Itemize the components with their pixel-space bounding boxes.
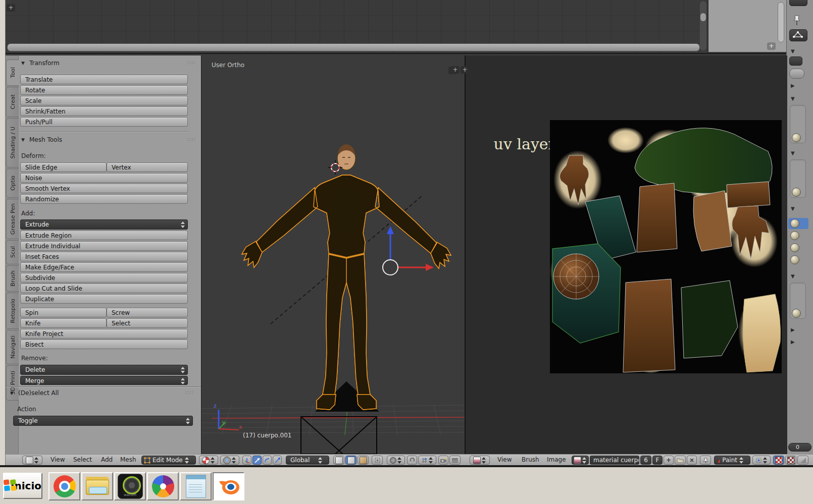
panel-collapse-icon[interactable]: ▼ [791, 96, 795, 101]
manipulator-axes-button[interactable] [242, 456, 251, 465]
mesh-tools-panel-header[interactable]: ▼ Mesh Tools :::: [18, 136, 202, 144]
screw-button[interactable]: Screw [107, 308, 188, 317]
expand-panel-icon[interactable]: + [7, 4, 15, 12]
panel-collapse-icon[interactable]: ▼ [791, 48, 795, 54]
frame-number-field[interactable]: 0 [788, 443, 811, 452]
new-image-button[interactable]: + [664, 456, 674, 465]
delete-dropdown[interactable]: Delete [20, 365, 188, 375]
panel-collapse-icon[interactable]: ▶ [791, 327, 795, 332]
mode-dropdown[interactable]: Edit Mode [141, 456, 196, 465]
tab-shading-uv[interactable]: Shading / U [6, 118, 19, 167]
limit-to-visible-button[interactable] [372, 456, 383, 465]
panel-collapse-icon[interactable]: ▼ [791, 150, 795, 156]
pivot-point-dropdown[interactable] [220, 456, 239, 465]
menu-select[interactable]: Select [73, 455, 92, 465]
uv-pivot-dropdown[interactable] [752, 456, 771, 465]
viewport-shading-dropdown[interactable] [199, 456, 218, 465]
panel-collapse-icon[interactable]: ▶ [791, 83, 795, 88]
spin-button[interactable]: Spin [20, 308, 107, 317]
menu-view[interactable]: View [497, 455, 512, 465]
tab-brush[interactable]: Brush [6, 265, 19, 292]
knife-button[interactable]: Knife [20, 318, 107, 328]
knife-select-button[interactable]: Select [107, 318, 188, 328]
extrude-dropdown[interactable]: Extrude [20, 219, 188, 230]
material-slot[interactable] [788, 242, 808, 253]
image-users-button[interactable]: 6 [640, 456, 651, 465]
face-select-mode-button[interactable] [358, 456, 369, 465]
menu-add[interactable]: Add [101, 455, 113, 465]
noise-button[interactable]: Noise [20, 173, 188, 183]
uv-draw-other-objects-button[interactable] [773, 456, 784, 465]
tab-create[interactable]: Creat [6, 87, 19, 117]
push-pull-button[interactable]: Push/Pull [20, 117, 188, 127]
randomize-button[interactable]: Randomize [20, 194, 188, 204]
deselect-all-panel-header[interactable]: ▼ (De)select All :::: [7, 389, 200, 398]
start-button[interactable]: Inicio [3, 473, 42, 499]
render-animation-button[interactable] [449, 456, 461, 465]
extrude-region-button[interactable]: Extrude Region [20, 231, 188, 240]
snap-toggle-button[interactable] [407, 456, 417, 465]
action-toggle-dropdown[interactable]: Toggle [13, 416, 193, 426]
image-name-field[interactable]: material cuerpo Diff... [590, 456, 639, 465]
tab-navigation[interactable]: Navigati [6, 330, 19, 364]
tab-retopology[interactable]: Retopolo [6, 293, 19, 329]
material-slot-active[interactable] [788, 218, 808, 229]
vertex-select-mode-button[interactable] [333, 456, 344, 465]
uv-mode-dropdown[interactable]: Paint [714, 456, 750, 465]
taskbar-explorer-button[interactable] [81, 472, 113, 500]
shrink-fatten-button[interactable]: Shrink/Fatten [20, 106, 188, 116]
vertex-slide-button[interactable]: Vertex [107, 162, 188, 172]
slide-edge-button[interactable]: Slide Edge [20, 162, 107, 172]
tab-sculpt[interactable]: Scul [6, 240, 19, 264]
loop-cut-button[interactable]: Loop Cut and Slide [20, 284, 188, 293]
side-panel-scrollbar[interactable] [778, 2, 784, 42]
strip-toggle[interactable] [789, 69, 804, 79]
knife-project-button[interactable]: Knife Project [20, 329, 188, 339]
bisect-button[interactable]: Bisect [20, 340, 188, 349]
material-slot[interactable] [788, 254, 808, 265]
uv-image-editor[interactable]: uv layer de del cuerpo entero [465, 55, 787, 454]
edge-select-mode-button[interactable] [345, 456, 357, 465]
extrude-individual-button[interactable]: Extrude Individual [20, 241, 188, 251]
subdivide-button[interactable]: Subdivide [20, 273, 188, 283]
vertical-scrollbar-track[interactable] [700, 1, 706, 50]
vertex-select-button[interactable] [789, 29, 807, 41]
top-editor-region[interactable]: + + [5, 0, 786, 54]
taskbar-chrome-button[interactable] [48, 472, 80, 500]
horizontal-scrollbar[interactable] [7, 43, 700, 51]
snap-element-dropdown[interactable] [418, 456, 436, 465]
menu-brush[interactable]: Brush [522, 455, 539, 465]
image-browse-dropdown[interactable] [572, 456, 589, 465]
strip-button[interactable] [789, 57, 802, 66]
proportional-edit-dropdown[interactable] [387, 456, 405, 465]
editor-type-dropdown[interactable] [470, 456, 490, 465]
viewport-3d[interactable]: User Ortho (17) cuerpo.001 z y x + [201, 55, 465, 454]
translate-button[interactable]: Translate [20, 75, 188, 84]
tab-options[interactable]: Optio [6, 169, 19, 198]
open-image-button[interactable] [675, 456, 686, 465]
strip-button[interactable] [789, 0, 807, 6]
expand-panel-icon[interactable]: + [451, 66, 460, 74]
taskbar-wacom-button[interactable]: wacom [114, 472, 146, 500]
rotate-manipulator-button[interactable] [263, 456, 272, 465]
orientation-dropdown[interactable]: Global [286, 456, 329, 465]
scale-manipulator-button[interactable] [273, 456, 282, 465]
tab-grease-pencil[interactable]: Grease Pen [6, 199, 19, 239]
tab-tools[interactable]: Tool [6, 60, 19, 86]
taskbar-notepad-button[interactable] [180, 472, 212, 500]
panel-collapse-icon[interactable]: ▶ [791, 339, 795, 345]
render-opengl-button[interactable] [438, 456, 448, 465]
inset-faces-button[interactable]: Inset Faces [20, 252, 188, 261]
taskbar-blender-button[interactable] [213, 472, 244, 500]
merge-dropdown[interactable]: Merge [20, 376, 188, 385]
panel-collapse-icon[interactable]: ▼ [791, 273, 795, 279]
unlink-image-button[interactable]: × [687, 456, 697, 465]
vertical-scrollbar-knob[interactable] [700, 13, 706, 21]
uv-alpha-button[interactable] [797, 456, 808, 465]
editor-type-dropdown[interactable] [22, 456, 42, 465]
pin-button[interactable] [700, 456, 711, 465]
make-edge-face-button[interactable]: Make Edge/Face [20, 262, 188, 272]
menu-view[interactable]: View [50, 455, 65, 465]
expand-panel-icon[interactable]: + [767, 42, 776, 50]
rotate-button[interactable]: Rotate [20, 85, 188, 95]
